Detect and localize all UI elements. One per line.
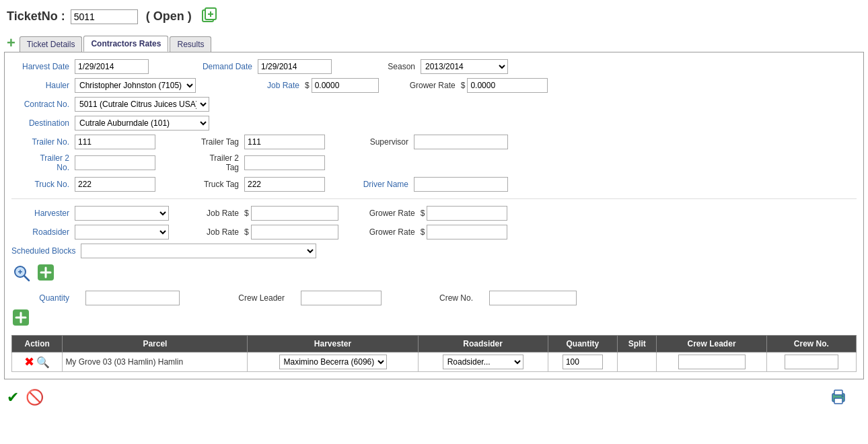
roadsider-job-rate-dollar: $	[244, 227, 249, 237]
destination-label: Destination	[11, 118, 72, 128]
col-action: Action	[12, 335, 63, 352]
harvester-job-rate-input[interactable]	[251, 206, 338, 221]
row-trailer2: Trailer 2No. Trailer 2Tag	[11, 153, 857, 173]
row-action-cell: ✖ 🔍	[12, 352, 63, 371]
trailer-tag-label: Trailer Tag	[188, 137, 242, 147]
top-bar: TicketNo : ( Open )	[0, 0, 868, 33]
row-hauler: Hauler Christopher Johnston (7105) Job R…	[11, 78, 857, 93]
grower-rate-label: Grower Rate	[404, 81, 458, 90]
row-roadsider-select[interactable]: Roadsider...	[443, 355, 523, 369]
row-harvester: Harvester Job Rate $ Grower Rate $	[11, 206, 857, 221]
grower-rate-input[interactable]	[467, 78, 548, 93]
row-harvest: Harvest Date Demand Date Season 2013/201…	[11, 59, 857, 74]
cancel-button[interactable]: 🚫	[26, 389, 44, 406]
harvester-job-rate-dollar: $	[244, 209, 249, 218]
contract-no-label: Contract No.	[11, 100, 72, 109]
crew-leader-label: Crew Leader	[233, 293, 287, 303]
col-parcel: Parcel	[63, 335, 248, 352]
add-row-svg-icon	[11, 308, 30, 327]
trailer2-no-input[interactable]	[75, 155, 155, 170]
add-row-area	[11, 308, 857, 331]
save-button[interactable]: ✔	[7, 389, 19, 406]
roadsider-label: Roadsider	[11, 227, 72, 237]
quantity-label: Quantity	[11, 293, 72, 303]
tab-contractors-rates[interactable]: Contractors Rates	[83, 36, 168, 52]
driver-name-input[interactable]	[414, 177, 508, 192]
season-label: Season	[377, 62, 418, 71]
row-scheduled-blocks: Scheduled Blocks	[11, 244, 857, 258]
col-harvester: Harvester	[248, 335, 418, 352]
truck-tag-input[interactable]	[244, 177, 325, 192]
svg-point-17	[842, 395, 844, 397]
grower-rate-dollar: $	[461, 81, 466, 90]
roadsider-job-rate-input[interactable]	[251, 225, 338, 239]
harvester-grower-rate-input[interactable]	[427, 206, 507, 221]
hauler-select[interactable]: Christopher Johnston (7105)	[75, 78, 196, 93]
row-quantity-input[interactable]	[563, 355, 603, 369]
harvester-label: Harvester	[11, 209, 72, 218]
add-tab-button[interactable]: +	[7, 34, 15, 52]
ticket-label: TicketNo :	[7, 9, 65, 24]
col-roadsider: Roadsider	[418, 335, 548, 352]
row-trailer: Trailer No. Trailer Tag Supervisor	[11, 135, 857, 149]
hauler-label: Hauler	[11, 81, 72, 90]
crew-leader-input[interactable]	[301, 291, 382, 305]
truck-tag-label: Truck Tag	[188, 180, 242, 189]
harvester-grower-rate-dollar: $	[421, 209, 425, 218]
job-rate-input[interactable]	[312, 78, 379, 93]
row-crew-leader-input[interactable]	[678, 355, 746, 369]
row-crew-no-input[interactable]	[785, 355, 838, 369]
row-quantity: Quantity Crew Leader Crew No.	[11, 291, 857, 305]
scheduled-blocks-select[interactable]	[81, 244, 316, 258]
job-rate-label: Job Rate	[242, 81, 302, 90]
crew-no-input[interactable]	[489, 291, 577, 305]
trailer-no-input[interactable]	[75, 135, 155, 149]
delete-button[interactable]: ✖	[24, 355, 34, 369]
truck-no-input[interactable]	[75, 177, 155, 192]
row-contract: Contract No. 5011 (Cutrale Citrus Juices…	[11, 97, 857, 112]
ticket-number-input[interactable]	[71, 9, 138, 24]
contract-no-select[interactable]: 5011 (Cutrale Citrus Juices USA)	[75, 97, 209, 112]
trailer-tag-input[interactable]	[244, 135, 325, 149]
add-block-button[interactable]	[36, 262, 56, 287]
tab-ticket-details[interactable]: Ticket Details	[20, 36, 83, 52]
harvest-date-input[interactable]	[75, 59, 149, 74]
add-row-button[interactable]	[11, 312, 30, 330]
harvester-grower-rate-label: Grower Rate	[364, 209, 418, 218]
driver-name-label: Driver Name	[357, 180, 411, 189]
search-icon-btn[interactable]	[11, 263, 32, 285]
trailer2-no-label: Trailer 2No.	[11, 153, 72, 173]
harvester-select[interactable]	[75, 206, 169, 221]
trailer2-tag-label: Trailer 2Tag	[188, 153, 242, 173]
quantity-input[interactable]	[85, 291, 180, 305]
supervisor-input[interactable]	[414, 135, 508, 149]
row-harvester-select[interactable]: Maximino Becerra (6096)	[279, 355, 387, 369]
svg-line-5	[24, 276, 29, 281]
row-split-cell	[618, 352, 657, 371]
main-panel: Harvest Date Demand Date Season 2013/201…	[4, 52, 864, 379]
row-search-icon[interactable]: 🔍	[36, 357, 50, 368]
row-crew-leader-cell	[657, 352, 766, 371]
destination-select[interactable]: Cutrale Auburndale (101)	[75, 116, 209, 131]
divider-1	[11, 198, 857, 199]
roadsider-job-rate-label: Job Rate	[201, 227, 242, 237]
row-crew-no-cell	[766, 352, 856, 371]
print-button[interactable]	[829, 387, 848, 408]
search-svg-icon	[11, 263, 32, 283]
roadsider-grower-rate-dollar: $	[421, 227, 425, 237]
add-svg-icon	[36, 262, 56, 283]
roadsider-grower-rate-input[interactable]	[427, 225, 507, 239]
row-quantity-cell	[548, 352, 617, 371]
row-roadsider-cell: Roadsider...	[418, 352, 548, 371]
row-harvester-cell: Maximino Becerra (6096)	[248, 352, 418, 371]
roadsider-select[interactable]	[75, 225, 169, 239]
season-select[interactable]: 2013/2014	[421, 59, 508, 74]
trailer2-tag-input[interactable]	[244, 155, 325, 170]
row-truck: Truck No. Truck Tag Driver Name	[11, 177, 857, 192]
tab-results[interactable]: Results	[170, 36, 211, 52]
svg-rect-15	[834, 390, 842, 395]
row-roadsider: Roadsider Job Rate $ Grower Rate $	[11, 225, 857, 239]
demand-date-input[interactable]	[258, 59, 332, 74]
copy-icon[interactable]	[200, 5, 219, 28]
data-table: Action Parcel Harvester Roadsider Quanti…	[11, 335, 857, 372]
